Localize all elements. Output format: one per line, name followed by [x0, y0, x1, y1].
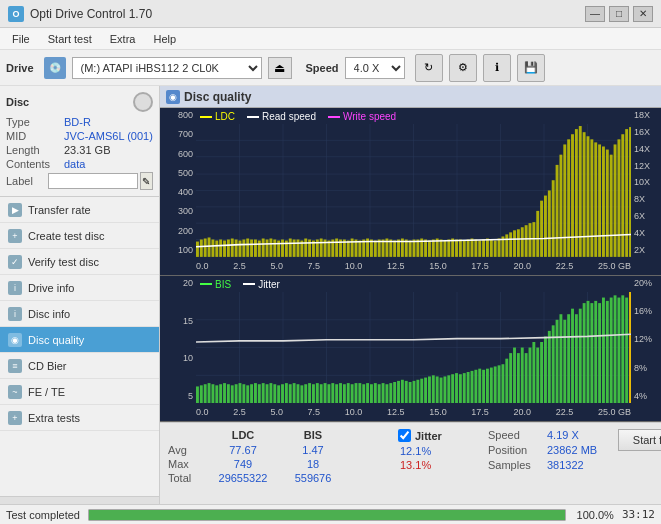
nav-transfer-rate[interactable]: ▶ Transfer rate — [0, 197, 159, 223]
refresh-button[interactable]: ↻ — [415, 54, 443, 82]
nav-extra-tests[interactable]: + Extra tests — [0, 405, 159, 431]
svg-rect-164 — [277, 385, 280, 403]
eject-button[interactable]: ⏏ — [268, 57, 292, 79]
svg-rect-89 — [474, 240, 477, 257]
svg-rect-160 — [262, 383, 265, 403]
maximize-button[interactable]: □ — [609, 6, 629, 22]
svg-rect-244 — [587, 301, 590, 403]
svg-rect-208 — [447, 375, 450, 403]
yr-4pct: 4% — [631, 391, 661, 401]
yr-14x: 14X — [631, 144, 661, 154]
type-value: BD-R — [64, 116, 91, 128]
yr-10x: 10X — [631, 177, 661, 187]
svg-rect-72 — [409, 241, 412, 257]
yr-4x: 4X — [631, 228, 661, 238]
nav-create-test-disc[interactable]: + Create test disc — [0, 223, 159, 249]
svg-rect-242 — [579, 309, 582, 403]
max-ldc: 749 — [208, 458, 278, 470]
disc-quality-title: Disc quality — [184, 90, 251, 104]
svg-rect-243 — [583, 303, 586, 403]
svg-rect-196 — [401, 380, 404, 403]
disc-quality-header-icon: ◉ — [166, 90, 180, 104]
y-label-200: 200 — [160, 226, 196, 236]
yr-16x: 16X — [631, 127, 661, 137]
svg-rect-98 — [509, 232, 512, 257]
label-input[interactable] — [48, 173, 138, 189]
nav-verify-test-disc-label: Verify test disc — [28, 256, 99, 268]
y-label-300: 300 — [160, 206, 196, 216]
menu-file[interactable]: File — [4, 31, 38, 47]
menu-extra[interactable]: Extra — [102, 31, 144, 47]
nav-fe-te[interactable]: ~ FE / TE — [0, 379, 159, 405]
svg-rect-186 — [362, 384, 365, 403]
svg-rect-191 — [382, 383, 385, 403]
svg-rect-25 — [227, 240, 230, 257]
label-edit-button[interactable]: ✎ — [140, 172, 153, 190]
speed-select[interactable]: 4.0 X — [345, 57, 405, 79]
svg-rect-45 — [304, 238, 307, 256]
svg-rect-90 — [478, 241, 481, 257]
menu-starttest[interactable]: Start test — [40, 31, 100, 47]
svg-rect-43 — [297, 240, 300, 257]
svg-rect-34 — [262, 238, 265, 256]
svg-rect-31 — [250, 240, 253, 257]
svg-rect-173 — [312, 384, 315, 403]
disc-icon — [133, 92, 153, 112]
nav-cd-bier[interactable]: ≡ CD Bier — [0, 353, 159, 379]
nav-drive-info[interactable]: i Drive info — [0, 275, 159, 301]
yr-2x: 2X — [631, 245, 661, 255]
jitter-color-dot — [243, 283, 255, 285]
close-button[interactable]: ✕ — [633, 6, 653, 22]
svg-rect-77 — [428, 241, 431, 257]
svg-rect-198 — [409, 382, 412, 403]
menu-help[interactable]: Help — [145, 31, 184, 47]
nav-verify-test-disc[interactable]: ✓ Verify test disc — [0, 249, 159, 275]
minimize-button[interactable]: — — [585, 6, 605, 22]
yr-8pct: 8% — [631, 363, 661, 373]
nav-disc-info[interactable]: i Disc info — [0, 301, 159, 327]
svg-rect-228 — [525, 353, 528, 403]
svg-rect-97 — [505, 234, 508, 256]
svg-rect-146 — [208, 383, 211, 403]
total-label: Total — [168, 472, 208, 484]
svg-rect-252 — [617, 297, 620, 403]
start-full-button[interactable]: Start full — [618, 429, 661, 451]
type-label: Type — [6, 116, 64, 128]
svg-rect-19 — [204, 238, 207, 256]
y-label-800: 800 — [160, 110, 196, 120]
svg-rect-103 — [529, 223, 532, 257]
y-label-400: 400 — [160, 187, 196, 197]
svg-rect-149 — [219, 384, 222, 403]
status-text: Test completed — [6, 509, 80, 521]
svg-rect-161 — [266, 384, 269, 403]
svg-rect-178 — [331, 383, 334, 403]
svg-rect-189 — [374, 383, 377, 403]
bis-legend: BIS Jitter — [200, 279, 280, 290]
nav-disc-quality[interactable]: ◉ Disc quality — [0, 327, 159, 353]
svg-rect-203 — [428, 376, 431, 403]
save-button[interactable]: 💾 — [517, 54, 545, 82]
settings-button[interactable]: ⚙ — [449, 54, 477, 82]
write-speed-legend-item: Write speed — [328, 111, 396, 122]
svg-rect-223 — [505, 359, 508, 403]
svg-rect-238 — [563, 320, 566, 403]
svg-rect-24 — [223, 241, 226, 257]
svg-rect-121 — [598, 144, 601, 256]
svg-rect-249 — [606, 301, 609, 403]
length-label: Length — [6, 144, 64, 156]
drive-select[interactable]: (M:) ATAPI iHBS112 2 CL0K — [72, 57, 262, 79]
svg-rect-106 — [540, 201, 543, 257]
ldc-legend-label: LDC — [215, 111, 235, 122]
jitter-legend-label: Jitter — [258, 279, 280, 290]
svg-rect-63 — [374, 241, 377, 257]
info-button[interactable]: ℹ — [483, 54, 511, 82]
speed-label-stat: Speed — [488, 429, 543, 441]
bis-y-axis-right: 20% 16% 12% 8% 4% — [631, 276, 661, 403]
svg-rect-101 — [521, 227, 524, 257]
svg-rect-94 — [494, 241, 497, 257]
yl-15: 15 — [160, 316, 196, 326]
svg-rect-170 — [300, 385, 303, 403]
svg-rect-239 — [567, 314, 570, 403]
svg-rect-21 — [211, 240, 214, 257]
jitter-checkbox[interactable] — [398, 429, 411, 442]
